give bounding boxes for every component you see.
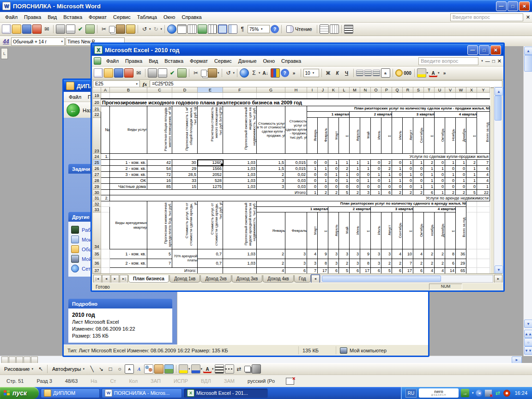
grid-cell[interactable]: 29 <box>172 166 198 172</box>
grid-cell[interactable]: 2 квартал <box>350 112 392 118</box>
grid-cell[interactable]: 2 <box>392 190 403 195</box>
grid-cell[interactable]: 0 <box>328 166 339 172</box>
close-button[interactable]: ✕ <box>519 1 530 11</box>
grid-cell[interactable]: 0 <box>339 184 350 190</box>
column-header[interactable]: O <box>371 87 381 93</box>
grid-cell[interactable]: 0 <box>435 178 445 184</box>
excel-title-bar[interactable]: X Microsoft Excel - 2010 год — □ ✕ <box>92 44 503 56</box>
row-header[interactable]: 36 <box>93 259 101 268</box>
sheet-tab[interactable]: Доход 1кв <box>169 275 200 283</box>
help-icon[interactable]: ? <box>281 69 289 77</box>
column-header[interactable]: Q <box>392 87 403 93</box>
grid-cell[interactable]: 6 <box>424 190 435 195</box>
ask-question-box[interactable]: Введите вопрос <box>418 57 478 65</box>
grid-cell[interactable] <box>466 212 477 249</box>
grid-cell[interactable]: 1275 <box>198 184 223 190</box>
grid-cell[interactable]: 1 <box>307 190 318 195</box>
row-header[interactable]: 34 <box>93 212 101 249</box>
grid-cell[interactable] <box>477 259 490 268</box>
browse-next-icon[interactable]: ▼▼ <box>524 346 532 355</box>
menu-item[interactable]: Окно <box>260 57 278 65</box>
grid-cell[interactable] <box>101 166 110 172</box>
grid-cell[interactable]: 1 <box>403 160 413 166</box>
grid-cell[interactable]: 3 <box>257 178 285 184</box>
line-style-icon[interactable] <box>215 364 224 374</box>
grid-cell[interactable]: 0 <box>328 184 339 190</box>
chevron-down-icon[interactable]: ▾ <box>472 391 474 395</box>
grid-cell[interactable]: 1 <box>328 160 339 166</box>
grid-cell[interactable]: 3 - ком. кв. <box>110 172 147 178</box>
grid-cell[interactable]: 2. <box>101 195 110 201</box>
row-header[interactable]: 29 <box>93 184 101 190</box>
restore-button[interactable]: □ <box>479 45 490 55</box>
grid-cell[interactable]: 6 <box>413 268 424 274</box>
grid-cell[interactable]: Март <box>307 212 318 249</box>
grid-cell[interactable]: Март <box>328 118 339 154</box>
grid-cell[interactable]: 1 <box>477 184 490 190</box>
grid-cell[interactable]: 2 <box>339 259 350 268</box>
column-header[interactable]: G <box>257 87 285 93</box>
grid-cell[interactable]: 1 <box>381 178 392 184</box>
grid-cell[interactable] <box>339 93 350 99</box>
grid-cell[interactable] <box>381 93 392 99</box>
grid-cell[interactable]: Стоимость услуг, от стоимости сделки аре… <box>198 201 223 249</box>
grid-cell[interactable]: 0 <box>435 172 445 178</box>
column-header[interactable]: M <box>350 87 360 93</box>
grid-cell[interactable]: 1 <box>424 166 435 172</box>
grid-cell[interactable]: 3 <box>285 259 307 268</box>
grid-cell[interactable]: 1 <box>456 160 466 166</box>
grid-cell[interactable]: 0 <box>466 184 477 190</box>
column-header[interactable]: S <box>413 87 424 93</box>
sheet-tab[interactable]: Доход 2кв <box>200 275 231 283</box>
details-group-header[interactable]: Подробно <box>68 299 172 308</box>
drawing-menu-button[interactable]: Рисование▾ <box>2 366 36 372</box>
grid-cell[interactable]: 2 <box>318 190 328 195</box>
grid-cell[interactable] <box>477 249 490 259</box>
grid-cell[interactable] <box>392 93 403 99</box>
grid-cell[interactable] <box>466 201 477 207</box>
grid-cell[interactable]: 0 <box>350 184 360 190</box>
grid-cell[interactable]: 28,5 <box>172 172 198 178</box>
grid-cell[interactable]: 10 <box>403 249 413 259</box>
document-map-icon[interactable] <box>228 24 237 34</box>
grid-cell[interactable]: 6 <box>392 268 403 274</box>
menu-item[interactable]: Окно <box>160 13 179 21</box>
grid-cell[interactable]: Прогнозный ежемесячный индекс арендной п… <box>223 201 257 249</box>
grid-cell[interactable] <box>101 212 110 249</box>
grid-cell[interactable]: 1 <box>413 160 424 166</box>
grid-cell[interactable] <box>466 259 477 268</box>
grid-cell[interactable]: 1 <box>466 172 477 178</box>
grid-cell[interactable] <box>101 190 110 195</box>
grid-cell[interactable]: 2 <box>257 249 285 259</box>
grid-cell[interactable] <box>477 207 490 212</box>
drawing-icon[interactable] <box>218 24 227 34</box>
grid-cell[interactable]: 2 <box>392 259 403 268</box>
grid-cell[interactable]: 5 <box>339 190 350 195</box>
column-header[interactable]: B <box>110 87 147 93</box>
chart-wizard-icon[interactable] <box>271 68 280 78</box>
email-icon[interactable]: ✉ <box>42 25 51 33</box>
grid-cell[interactable]: 1 <box>350 166 360 172</box>
grid-cell[interactable] <box>101 259 110 268</box>
grid-cell[interactable]: 54 <box>147 166 172 172</box>
grid-cell[interactable]: Σ <box>381 118 392 154</box>
grid-cell[interactable]: 4 квартал <box>413 207 456 212</box>
grid-cell[interactable] <box>318 93 328 99</box>
grid-cell[interactable]: 0 <box>381 184 392 190</box>
grid-cell[interactable]: 2 - ком. кв. <box>110 166 147 172</box>
format-painter-icon[interactable] <box>126 24 135 34</box>
grid-cell[interactable]: Прогнозный ежемесячный индекс цен на нед… <box>223 106 257 154</box>
grid-cell[interactable]: Виды арендуемых квартир <box>110 201 147 249</box>
taskbar-task[interactable]: XMicrosoft Excel - 201... <box>184 388 268 398</box>
column-header[interactable]: X <box>466 87 477 93</box>
update-arrows-icon[interactable]: ⇄ <box>494 390 501 397</box>
grid-cell[interactable] <box>101 93 110 99</box>
menu-item[interactable]: Правка <box>21 13 44 21</box>
arrow-icon[interactable]: ↘ <box>97 365 105 373</box>
open-icon[interactable] <box>12 24 21 34</box>
doc-close-icon[interactable]: ✕ <box>497 58 502 64</box>
grid-cell[interactable]: Январь <box>307 118 318 154</box>
menu-item[interactable]: Таблица <box>134 13 160 21</box>
grid-cell[interactable]: 17 <box>318 268 328 274</box>
grid-cell[interactable]: Частные дома <box>110 184 147 190</box>
